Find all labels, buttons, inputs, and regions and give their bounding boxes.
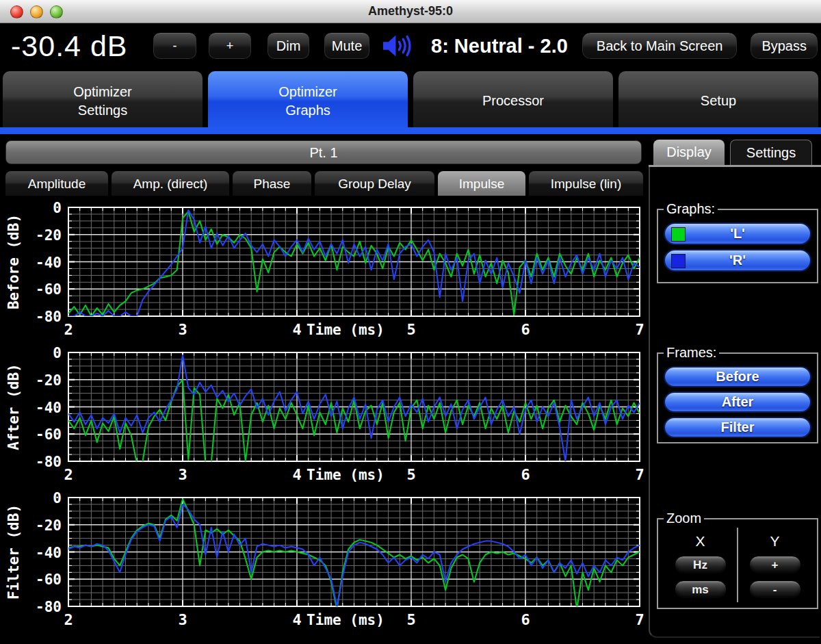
svg-text:-80: -80 <box>36 599 62 615</box>
svg-text:Time (ms): Time (ms) <box>307 322 385 338</box>
subtab-impulse-lin[interactable]: Impulse (lin) <box>529 171 643 196</box>
zoom-x-hz-button[interactable]: Hz <box>675 556 727 574</box>
tab-optimizer-settings[interactable]: Optimizer Settings <box>3 71 203 127</box>
svg-text:After (dB): After (dB) <box>5 363 22 450</box>
tab-label: Setup <box>618 92 818 110</box>
zoom-x-ms-button[interactable]: ms <box>675 580 727 599</box>
svg-text:3: 3 <box>178 321 187 338</box>
dim-button[interactable]: Dim <box>267 32 310 60</box>
svg-text:-40: -40 <box>36 255 62 271</box>
svg-text:Before (dB): Before (dB) <box>5 214 22 309</box>
zoom-group: Zoom X Hz ms Y + - <box>657 511 818 609</box>
graph-toggle-right[interactable]: 'R' <box>664 249 811 272</box>
after-impulse-graph: 0-20-40-60-80234567Time (ms)After (dB) <box>0 344 647 489</box>
svg-text:-80: -80 <box>36 454 62 470</box>
graph-toggle-label: 'L' <box>730 226 745 241</box>
filter-impulse-graph: 0-20-40-60-80234567Time (ms)Filter (dB) <box>0 489 647 641</box>
sidebar-tab-bar: Display Settings <box>653 140 812 165</box>
tab-label: Graphs <box>208 101 408 120</box>
svg-text:7: 7 <box>635 466 644 483</box>
svg-text:-60: -60 <box>36 426 62 443</box>
volume-down-button[interactable]: - <box>153 32 196 60</box>
svg-text:Time (ms): Time (ms) <box>307 612 385 628</box>
tab-label: Optimizer <box>208 83 408 101</box>
svg-text:4: 4 <box>292 321 301 338</box>
svg-text:0: 0 <box>53 345 62 361</box>
tab-processor[interactable]: Processor <box>413 71 613 127</box>
svg-text:Time (ms): Time (ms) <box>307 467 385 483</box>
svg-text:6: 6 <box>521 611 530 628</box>
zoom-y-plus-button[interactable]: + <box>749 556 801 574</box>
zoom-y-minus-button[interactable]: - <box>749 580 801 599</box>
svg-text:3: 3 <box>178 611 187 628</box>
svg-text:2: 2 <box>64 466 73 483</box>
active-tab-underline <box>0 127 821 134</box>
main-tab-bar: Optimizer Settings Optimizer Graphs Proc… <box>0 68 821 127</box>
volume-up-button[interactable]: + <box>208 32 252 60</box>
frame-before-button[interactable]: Before <box>664 366 811 387</box>
frame-after-button[interactable]: After <box>664 391 811 413</box>
back-to-main-screen-button[interactable]: Back to Main Screen <box>582 32 738 60</box>
svg-text:7: 7 <box>635 321 644 338</box>
bypass-button[interactable]: Bypass <box>750 32 818 60</box>
tab-settings[interactable]: Settings <box>730 140 812 165</box>
svg-text:-40: -40 <box>36 400 62 416</box>
zoom-title: Zoom <box>664 511 704 526</box>
right-channel-swatch <box>671 254 686 268</box>
point-selector-bar[interactable]: Pt. 1 <box>5 140 642 164</box>
svg-text:6: 6 <box>521 466 530 483</box>
svg-text:0: 0 <box>53 200 62 216</box>
svg-text:Filter (dB): Filter (dB) <box>5 504 22 600</box>
svg-text:5: 5 <box>406 611 415 628</box>
subtab-phase[interactable]: Phase <box>233 171 311 196</box>
left-channel-swatch <box>671 227 686 242</box>
before-impulse-graph: 0-20-40-60-80234567Time (ms)Before (dB) <box>0 198 647 344</box>
svg-text:-40: -40 <box>36 545 62 561</box>
svg-text:4: 4 <box>292 466 301 483</box>
svg-text:-60: -60 <box>36 281 62 298</box>
graph-toggle-left[interactable]: 'L' <box>664 222 811 245</box>
graph-type-tab-bar: Amplitude Amp. (direct) Phase Group Dela… <box>5 171 643 196</box>
top-toolbar: -30.4 dB - + Dim Mute 8: Neutral - 2.0 B… <box>0 23 821 68</box>
subtab-group-delay[interactable]: Group Delay <box>315 171 434 196</box>
graphs-legend-title: Graphs: <box>664 201 718 217</box>
svg-text:2: 2 <box>64 321 73 338</box>
tab-label: Processor <box>413 92 613 110</box>
tab-setup[interactable]: Setup <box>618 71 818 127</box>
window-titlebar: Amethyst-95:0 <box>0 0 821 23</box>
svg-text:0: 0 <box>53 490 62 506</box>
svg-text:7: 7 <box>635 611 644 628</box>
graphs-legend-group: Graphs: 'L' 'R' <box>657 201 818 283</box>
subtab-amplitude[interactable]: Amplitude <box>5 171 108 196</box>
svg-text:5: 5 <box>406 466 415 483</box>
svg-text:2: 2 <box>64 611 73 628</box>
subtab-amp-direct[interactable]: Amp. (direct) <box>112 171 229 196</box>
zoom-y-label: Y <box>770 533 779 550</box>
tab-optimizer-graphs[interactable]: Optimizer Graphs <box>208 71 408 127</box>
mute-button[interactable]: Mute <box>324 32 370 60</box>
preset-readout: 8: Neutral - 2.0 <box>431 35 568 57</box>
frames-title: Frames: <box>664 345 719 361</box>
window-title: Amethyst-95:0 <box>0 0 821 23</box>
frames-group: Frames: Before After Filter <box>657 345 818 443</box>
zoom-x-label: X <box>695 533 705 550</box>
graph-toggle-label: 'R' <box>729 253 746 268</box>
zoom-y-column: Y + - <box>738 528 811 602</box>
svg-text:-60: -60 <box>36 571 62 588</box>
tab-label: Settings <box>3 101 203 120</box>
svg-text:5: 5 <box>406 321 415 338</box>
frame-filter-button[interactable]: Filter <box>664 417 811 438</box>
svg-text:6: 6 <box>521 321 530 338</box>
volume-readout: -30.4 dB <box>11 29 142 63</box>
zoom-x-column: X Hz ms <box>664 528 738 602</box>
speaker-volume-icon <box>381 33 416 59</box>
svg-text:-20: -20 <box>36 517 62 534</box>
tab-display[interactable]: Display <box>653 140 725 165</box>
svg-text:3: 3 <box>178 466 187 483</box>
application-window: Amethyst-95:0 -30.4 dB - + Dim Mute 8: N… <box>0 0 821 644</box>
tab-label: Optimizer <box>3 83 203 101</box>
subtab-impulse[interactable]: Impulse <box>438 171 525 196</box>
svg-text:4: 4 <box>292 611 301 628</box>
svg-text:-80: -80 <box>36 309 62 325</box>
svg-text:-20: -20 <box>36 372 62 389</box>
